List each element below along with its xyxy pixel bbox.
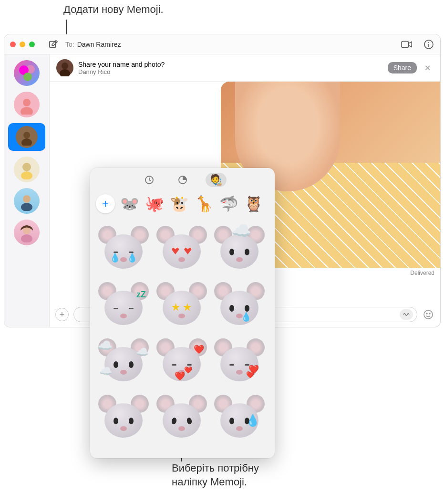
conversation-avatar[interactable] <box>14 188 40 214</box>
facetime-video-button[interactable] <box>401 39 413 50</box>
svg-point-11 <box>22 163 31 171</box>
svg-point-10 <box>21 138 32 146</box>
memoji-sticker-heart-eyes[interactable] <box>155 223 208 277</box>
minimize-window-button[interactable] <box>20 42 25 47</box>
svg-point-8 <box>21 107 33 115</box>
audio-message-button[interactable] <box>400 309 413 320</box>
memoji-sticker-worried[interactable] <box>97 392 150 446</box>
info-button[interactable] <box>423 39 434 50</box>
conversation-avatar[interactable] <box>14 157 40 182</box>
conversation-avatar[interactable] <box>14 220 40 245</box>
memoji-sticker-sleeping[interactable]: zZ <box>97 280 150 333</box>
delivery-status: Delivered <box>410 270 434 276</box>
conversation-avatar-selected[interactable] <box>8 123 45 151</box>
to-label: To: <box>65 41 74 48</box>
conversation-avatar[interactable] <box>14 92 40 117</box>
emoji-picker-button[interactable] <box>422 308 434 321</box>
annotation-add-new: Додати нову Memoji. <box>63 3 164 17</box>
compose-button[interactable] <box>47 38 60 51</box>
svg-point-16 <box>21 234 32 242</box>
window-controls <box>10 42 35 47</box>
conversation-sidebar <box>4 54 50 327</box>
banner-avatar <box>56 59 73 76</box>
zoom-window-button[interactable] <box>29 42 35 47</box>
svg-point-3 <box>428 42 429 43</box>
memoji-tab-icon: 🧑‍🎨 <box>209 174 222 186</box>
memoji-character-octopus[interactable]: 🐙 <box>145 194 165 214</box>
memoji-character-giraffe[interactable]: 🦒 <box>194 194 214 214</box>
memoji-sticker-tears-of-joy[interactable]: 💧💧 <box>97 223 150 277</box>
memoji-character-mouse[interactable]: 🐭 <box>120 194 140 214</box>
svg-point-19 <box>424 310 433 319</box>
memoji-sticker-crying[interactable]: 💧 <box>213 280 266 333</box>
memoji-sticker-head-in-clouds[interactable]: ☁️ ☁️ ☁️ <box>97 336 150 389</box>
share-banner: Share your name and photo? Danny Rico Sh… <box>50 54 440 82</box>
conversation-avatar-group[interactable] <box>14 60 40 86</box>
svg-point-9 <box>23 132 30 138</box>
memoji-sticker-star-struck[interactable] <box>155 280 208 333</box>
svg-point-14 <box>21 203 32 211</box>
svg-point-17 <box>62 63 68 69</box>
svg-point-7 <box>23 99 31 106</box>
svg-rect-1 <box>402 41 409 47</box>
svg-point-6 <box>23 73 32 81</box>
banner-subtitle: Danny Rico <box>78 68 383 75</box>
titlebar: To: Dawn Ramirez <box>4 34 440 54</box>
svg-point-12 <box>21 171 32 179</box>
close-banner-button[interactable]: ✕ <box>422 63 434 73</box>
memoji-sticker-sweat[interactable]: 💧 <box>213 392 266 446</box>
svg-point-13 <box>23 195 31 203</box>
svg-point-21 <box>429 313 430 314</box>
to-field: To: Dawn Ramirez <box>65 41 401 48</box>
recents-tab[interactable] <box>139 173 160 187</box>
memoji-popover: 🧑‍🎨 + 🐭 🐙 🐮 🦒 🦈 🦉 💧💧 ☁️ zZ <box>90 168 275 458</box>
memoji-character-row: + 🐭 🐙 🐮 🦒 🦈 🦉 <box>90 192 275 219</box>
to-recipient[interactable]: Dawn Ramirez <box>77 41 121 48</box>
svg-point-20 <box>426 313 427 314</box>
svg-point-18 <box>60 69 70 76</box>
memoji-sticker-loved[interactable]: ❤️ ❤️ <box>213 336 266 389</box>
annotation-choose-sticker: Виберіть потрібну наліпку Memoji. <box>172 462 296 489</box>
memoji-sticker-grid: 💧💧 ☁️ zZ 💧 ☁️ ☁️ <box>90 219 275 458</box>
memoji-sticker-mind-blown[interactable]: ☁️ <box>213 223 266 277</box>
memoji-tab[interactable]: 🧑‍🎨 <box>206 173 227 187</box>
popover-tabs: 🧑‍🎨 <box>90 168 275 192</box>
memoji-sticker-blowing-kiss[interactable]: ❤️ ❤️ ❤️ <box>155 336 208 389</box>
memoji-sticker-angry[interactable] <box>155 392 208 446</box>
add-memoji-button[interactable]: + <box>96 194 115 213</box>
apps-button[interactable]: + <box>55 308 69 321</box>
banner-title: Share your name and photo? <box>78 61 383 68</box>
close-window-button[interactable] <box>10 42 16 47</box>
share-button[interactable]: Share <box>388 62 417 74</box>
stickers-tab[interactable] <box>172 173 193 187</box>
memoji-character-shark[interactable]: 🦈 <box>219 194 239 214</box>
memoji-character-cow[interactable]: 🐮 <box>169 194 189 214</box>
memoji-character-owl[interactable]: 🦉 <box>244 194 264 214</box>
